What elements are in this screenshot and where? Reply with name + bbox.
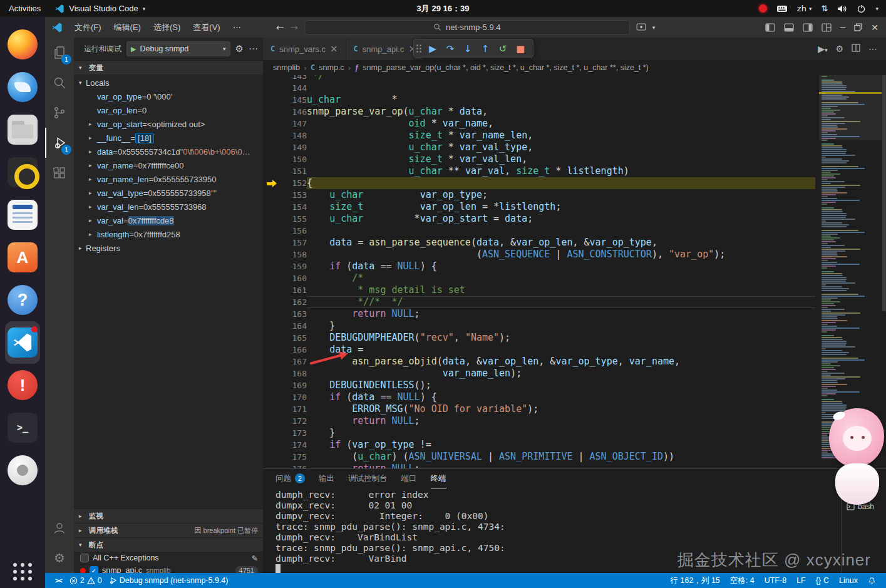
start-debug-icon[interactable]: ▶: [131, 45, 136, 53]
explorer-icon[interactable]: 1: [45, 38, 74, 68]
dock-error-report[interactable]: !: [5, 364, 40, 406]
window-close-icon[interactable]: ✕: [871, 23, 878, 33]
breakpoint-row[interactable]: ✓ snmp_api.c snmplib 4751: [74, 564, 263, 573]
code-line[interactable]: 145u_char *: [263, 94, 815, 106]
settings-gear-icon[interactable]: ⚙: [835, 44, 843, 54]
encoding-status[interactable]: UTF-8: [761, 576, 790, 585]
dock-vscode[interactable]: [5, 321, 40, 364]
watch-section-header[interactable]: ▸ 监视: [74, 508, 263, 523]
restart-button[interactable]: ↺: [495, 43, 510, 54]
code-line[interactable]: 171 ERROR_MSG("No OID for variable");: [263, 403, 815, 415]
source-control-icon[interactable]: [45, 98, 74, 128]
menu-edit[interactable]: 编辑(E): [108, 19, 147, 36]
remote-os-status[interactable]: Linux: [835, 576, 862, 585]
dock-libreoffice-writer[interactable]: [5, 193, 40, 236]
dock-ubuntu-software[interactable]: A: [5, 236, 40, 279]
variable-row[interactable]: ▸__func__ = [18]: [74, 131, 263, 145]
navigate-forward-icon[interactable]: →: [290, 22, 298, 33]
sidebar-more-actions-icon[interactable]: ⋯: [249, 43, 258, 54]
active-app-menu[interactable]: Visual Studio Code ▾: [54, 4, 145, 14]
customize-layout-icon[interactable]: [822, 23, 832, 32]
dock-help[interactable]: ?: [5, 279, 40, 321]
callstack-section-header[interactable]: ▸ 调用堆栈 因 breakpoint 已暂停: [74, 523, 263, 537]
menu-selection[interactable]: 选择(S): [148, 19, 186, 36]
code-line[interactable]: 165 DEBUGDUMPHEADER("recv", "Name");: [263, 332, 815, 344]
tab-output[interactable]: 输出: [319, 469, 334, 488]
code-line[interactable]: 168 var_name_len);: [263, 368, 815, 379]
code-line[interactable]: 159 if (data == NULL) {: [263, 260, 815, 272]
code-line[interactable]: 155 u_char *var_op_start = data;: [263, 213, 815, 225]
volume-icon[interactable]: [837, 4, 847, 13]
cursor-position[interactable]: 行 162，列 15: [667, 575, 724, 586]
code-line[interactable]: 151 u_char ** var_val, size_t * listleng…: [263, 165, 815, 177]
extensions-icon[interactable]: [45, 158, 74, 188]
dock-terminal[interactable]: >_: [5, 406, 40, 449]
system-menu-chevron-icon[interactable]: ▾: [875, 6, 878, 12]
navigate-back-icon[interactable]: ←: [276, 22, 284, 33]
code-line[interactable]: 143 */: [263, 75, 815, 82]
toggle-primary-sidebar-icon[interactable]: [765, 23, 775, 32]
screen-recording-indicator-icon[interactable]: [759, 4, 767, 13]
dock-backups[interactable]: [5, 449, 40, 492]
remote-indicator[interactable]: ><: [51, 577, 66, 584]
exception-breakpoint-row[interactable]: All C++ Exceptions ✎: [74, 552, 263, 564]
tab-ports[interactable]: 端口: [401, 469, 417, 488]
variable-row[interactable]: ▸var_name_len = 0x555555733950: [74, 172, 263, 186]
menu-file[interactable]: 文件(F): [69, 19, 107, 36]
dock-firefox[interactable]: [5, 23, 40, 66]
tab-problems[interactable]: 问题 2: [276, 469, 305, 488]
code-line[interactable]: 149 u_char * var_val_type,: [263, 142, 815, 153]
menu-overflow-icon[interactable]: ⋯: [227, 20, 247, 34]
locals-scope[interactable]: ▾ Locals: [74, 76, 263, 90]
code-line[interactable]: 146snmp_parse_var_op(u_char * data,: [263, 106, 815, 118]
editor-scrollbar[interactable]: [882, 75, 886, 311]
breadcrumb-symbol[interactable]: snmp_parse_var_op(u_char *, oid *, size_…: [363, 63, 649, 72]
breakpoints-section-header[interactable]: ▾ 断点: [74, 537, 263, 552]
tab-debug-console[interactable]: 调试控制台: [348, 469, 388, 488]
code-line[interactable]: 153 u_char var_op_type;: [263, 189, 815, 201]
variable-row[interactable]: ▸var_val_len = 0x555555733968: [74, 200, 263, 214]
breadcrumb[interactable]: snmplib › C snmp.c › ƒ snmp_parse_var_op…: [263, 60, 886, 75]
window-minimize-icon[interactable]: ─: [840, 23, 845, 33]
clock[interactable]: 3月 29 16：39: [417, 3, 470, 14]
variable-row[interactable]: ▸listlength = 0x7fffffffd258: [74, 227, 263, 241]
code-line[interactable]: 152{: [263, 177, 815, 189]
toggle-panel-icon[interactable]: [784, 23, 794, 32]
code-line[interactable]: 175 (u_char) (ASN_UNIVERSAL | ASN_PRIMIT…: [263, 451, 815, 463]
variable-row[interactable]: ▸var_val = 0x7fffffffcde8: [74, 214, 263, 227]
minimap-viewport[interactable]: [819, 75, 882, 140]
toolbar-drag-handle[interactable]: [416, 44, 421, 53]
code-line[interactable]: 157 data = asn_parse_sequence(data, &var…: [263, 237, 815, 249]
chevron-down-icon[interactable]: ▾: [652, 24, 656, 31]
edit-condition-icon[interactable]: ✎: [252, 554, 258, 563]
registers-scope[interactable]: ▸ Registers: [74, 241, 263, 255]
step-into-button[interactable]: ↓: [460, 43, 475, 54]
code-line[interactable]: 172 return NULL;: [263, 415, 815, 427]
exceptions-checkbox[interactable]: [80, 554, 89, 562]
dock-disc-burner[interactable]: [5, 151, 40, 193]
manage-gear-icon[interactable]: ⚙: [45, 543, 74, 573]
code-line[interactable]: 174 if (var_op_type !=: [263, 439, 815, 451]
window-restore-icon[interactable]: [854, 23, 862, 31]
code-line[interactable]: 154 size_t var_op_len = *listlength;: [263, 201, 815, 213]
variable-row[interactable]: var_op_type = 0 '\000': [74, 90, 263, 103]
code-line[interactable]: 164 }: [263, 320, 815, 332]
run-debug-icon[interactable]: 1: [45, 128, 74, 158]
code-line[interactable]: 144: [263, 82, 815, 94]
code-line[interactable]: 173 }: [263, 427, 815, 439]
code-line[interactable]: 160 /*: [263, 272, 815, 284]
code-line[interactable]: 176 return NULL;: [263, 463, 815, 468]
code-line[interactable]: 158 (ASN_SEQUENCE | ASN_CONSTRUCTOR), "v…: [263, 249, 815, 260]
code-line[interactable]: 169 DEBUGINDENTLESS();: [263, 379, 815, 391]
notifications-bell-icon[interactable]: [864, 577, 880, 585]
breakpoint-checkbox[interactable]: ✓: [90, 566, 98, 573]
code-line[interactable]: 161 * msg detail is set: [263, 284, 815, 296]
code-line[interactable]: 150 size_t * var_val_len,: [263, 153, 815, 165]
activities-button[interactable]: Activities: [9, 4, 41, 13]
dock-thunderbird[interactable]: [5, 66, 40, 108]
problems-status[interactable]: 2 0: [66, 576, 106, 585]
breadcrumb-file[interactable]: snmp.c: [319, 63, 344, 72]
variable-row[interactable]: ▸var_name = 0x7fffffffce00: [74, 158, 263, 172]
split-editor-icon[interactable]: [852, 44, 860, 54]
language-mode[interactable]: {} C: [812, 576, 833, 585]
